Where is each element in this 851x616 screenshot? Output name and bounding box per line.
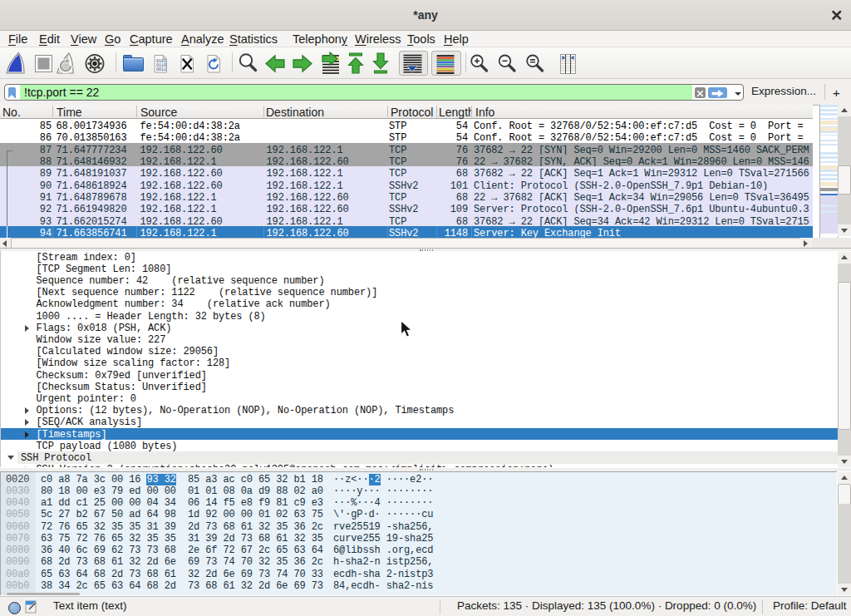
svg-text:0011: 0011 <box>156 67 166 72</box>
